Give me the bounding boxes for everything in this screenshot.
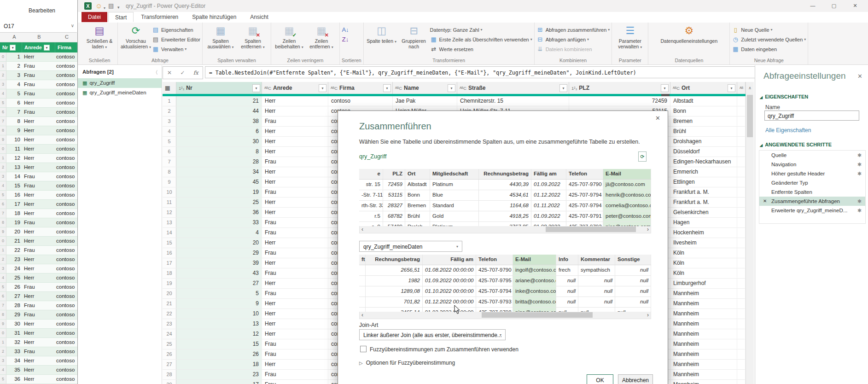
excel-cell-firma[interactable]: contoso: [56, 329, 77, 337]
applied-step-höher-gestufte-header[interactable]: Höher gestufte Header✱: [759, 169, 865, 178]
excel-row[interactable]: 930Herrcontoso: [0, 320, 77, 329]
excel-cell-nr[interactable]: 20: [6, 227, 20, 236]
applied-step-erweiterte-qry-zugriff-meined-[interactable]: Erweiterte qry_Zugriff_meineD...✱: [759, 206, 865, 215]
grid-cell[interactable]: 44: [176, 106, 262, 116]
grid-cell[interactable]: 30: [176, 137, 262, 146]
scroll-left-icon[interactable]: ‹: [361, 312, 363, 319]
excel-cell-anrede[interactable]: Frau: [24, 62, 54, 70]
scrollbar-thumb[interactable]: [747, 95, 753, 137]
excel-cell-anrede[interactable]: Frau: [24, 108, 54, 116]
excel-cell-anrede[interactable]: Frau: [24, 71, 54, 80]
scroll-left-icon[interactable]: ‹: [361, 226, 363, 233]
preview-column-header[interactable]: e: [359, 169, 383, 179]
ok-button[interactable]: OK: [587, 374, 613, 384]
excel-cell-nr[interactable]: 4: [6, 80, 20, 89]
excel-cell-nr[interactable]: 15: [6, 181, 20, 190]
grid-cell[interactable]: 43: [176, 268, 262, 278]
excel-row[interactable]: 56Herrcontoso: [0, 99, 77, 108]
excel-cell-anrede[interactable]: Frau: [24, 310, 54, 319]
keep-rows-button[interactable]: ▦✓Zeilen beibehalten▾: [273, 23, 305, 50]
filter-icon[interactable]: ▾: [319, 84, 326, 92]
excel-column-headers[interactable]: ABC: [0, 33, 77, 42]
excel-cell-nr[interactable]: 27: [6, 292, 20, 301]
grid-cell[interactable]: Herr: [262, 319, 328, 329]
manage-parameters-button[interactable]: ☰Parameter verwalten▾: [614, 23, 646, 50]
gear-icon[interactable]: ✱: [857, 151, 862, 160]
excel-cell-firma[interactable]: contoso: [56, 375, 77, 384]
scroll-right-icon[interactable]: ›: [647, 226, 649, 233]
excel-cell-firma[interactable]: contoso: [56, 181, 77, 190]
excel-cell-anrede[interactable]: Frau: [24, 283, 54, 291]
grid-cell[interactable]: 19: [176, 187, 262, 197]
excel-cell-nr[interactable]: 19: [6, 218, 20, 227]
grid-cell[interactable]: Herr: [262, 177, 328, 187]
grid-cell[interactable]: 12: [176, 329, 262, 339]
applied-step-entfernte-spalten[interactable]: Entfernte Spalten: [759, 187, 865, 197]
grid-cell[interactable]: Hagen: [670, 218, 737, 227]
grid-cell[interactable]: 34: [176, 167, 262, 177]
grid-cell[interactable]: Herr: [262, 96, 328, 106]
grid-cell[interactable]: Herr: [262, 238, 328, 248]
maximize-button[interactable]: ▢: [823, 0, 845, 12]
recent-sources-button[interactable]: ◷Zuletzt verwendete Quellen▾: [732, 35, 806, 44]
grid-cell[interactable]: Frau: [262, 248, 328, 258]
close-icon[interactable]: ✕: [857, 73, 862, 80]
excel-cell-anrede[interactable]: Herr: [24, 375, 54, 384]
chevron-down-icon[interactable]: ∨: [71, 23, 74, 28]
excel-row[interactable]: 516Herrcontoso: [0, 191, 77, 200]
excel-cell-firma[interactable]: contoso: [56, 320, 77, 328]
excel-row[interactable]: 67Fraucontoso: [0, 108, 77, 117]
excel-row[interactable]: 617Herrcontoso: [0, 200, 77, 209]
excel-cell-nr[interactable]: 13: [6, 163, 20, 172]
excel-cell-firma[interactable]: contoso: [56, 283, 77, 291]
excel-cell-firma[interactable]: contoso: [56, 338, 77, 347]
excel-row[interactable]: 627Herrcontoso: [0, 292, 77, 301]
grid-cell[interactable]: Emmerich: [670, 167, 737, 177]
excel-cell-firma[interactable]: contoso: [56, 227, 77, 236]
grid-column-header-Anrede[interactable]: ᴬᴮCAnrede▾: [262, 82, 328, 94]
remove-columns-button[interactable]: ▦✕Spalten entfernen▾: [237, 23, 269, 50]
properties-button[interactable]: ▤Eigenschaften: [152, 25, 200, 35]
close-icon[interactable]: ✕: [655, 115, 660, 122]
grid-cell[interactable]: Edingen-Neckarhausen: [670, 157, 737, 167]
grid-cell[interactable]: Gelsenkirchen: [670, 208, 737, 217]
grid-cell[interactable]: Mannheim: [670, 329, 737, 339]
remove-rows-button[interactable]: ▦✕Zeilen entfernen▾: [305, 23, 338, 50]
excel-cell-nr[interactable]: 8: [6, 117, 20, 126]
excel-cell-firma[interactable]: contoso: [56, 273, 77, 282]
excel-cell-anrede[interactable]: Herr: [24, 145, 54, 153]
grid-cell[interactable]: 36: [176, 208, 262, 217]
excel-cell-firma[interactable]: contoso: [56, 237, 77, 245]
preview-column-header[interactable]: ft: [359, 255, 366, 265]
cancel-button[interactable]: Abbrechen: [618, 374, 653, 384]
grid-column-header-Ort[interactable]: ᴬᴮCOrt▾: [670, 82, 737, 94]
excel-name-box[interactable]: O17 ∨: [0, 20, 77, 33]
filter-icon[interactable]: ▾: [448, 84, 455, 92]
grid-cell[interactable]: Mannheim: [670, 360, 737, 369]
scrollbar-thumb[interactable]: [482, 312, 592, 318]
excel-cell-firma[interactable]: contoso: [56, 145, 77, 153]
tab-spalte-hinzufügen[interactable]: Spalte hinzufügen: [186, 12, 243, 22]
preview-table-row[interactable]: str. 1572459AlbstadtPlatinum4430,3901.09…: [359, 180, 651, 190]
preview-column-header[interactable]: PLZ: [383, 169, 405, 179]
excel-cell-anrede[interactable]: Frau: [24, 89, 54, 98]
quick-access-dropdown-icon[interactable]: ▾: [117, 4, 120, 12]
accept-formula-icon[interactable]: ✓: [180, 70, 185, 76]
grid-cell[interactable]: Düsseldorf: [670, 147, 737, 157]
excel-cell-firma[interactable]: contoso: [56, 99, 77, 107]
preview-column-header[interactable]: Fällig am: [423, 255, 476, 265]
filter-icon[interactable]: ▾: [559, 84, 567, 92]
excel-cell-firma[interactable]: contoso: [56, 52, 77, 61]
grid-cell[interactable]: Frankfurt a. M.: [670, 198, 737, 207]
excel-cell-anrede[interactable]: Herr: [24, 52, 54, 61]
excel-row[interactable]: 536Herrcontoso: [0, 375, 77, 384]
excel-cell-nr[interactable]: 31: [6, 329, 20, 337]
gear-icon[interactable]: ✱: [857, 197, 862, 206]
advanced-editor-button[interactable]: ▤Erweiterter Editor: [152, 35, 200, 44]
grid-cell[interactable]: Drolshagen: [670, 137, 737, 146]
excel-cell-firma[interactable]: contoso: [56, 80, 77, 89]
grid-cell[interactable]: 5: [176, 289, 262, 298]
excel-cell-nr[interactable]: 32: [6, 338, 20, 347]
grid-cell[interactable]: 29: [176, 248, 262, 258]
preview-table-row[interactable]: 1289,0801.10.2022 00:00:00425-707-9794in…: [359, 286, 651, 297]
